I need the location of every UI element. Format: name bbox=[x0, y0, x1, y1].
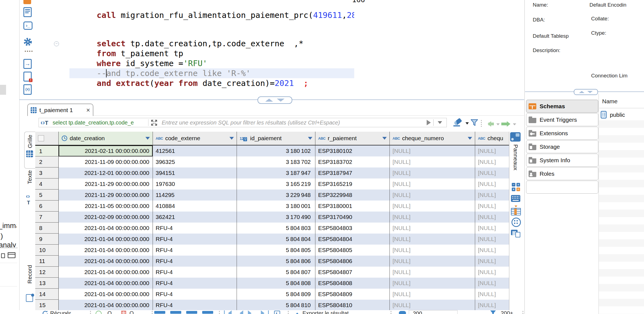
table-row[interactable]: 9 2021-01-04 00:00:00.000 RFU-4 5 804 80… bbox=[35, 234, 509, 245]
fold-collapse-icon[interactable]: − bbox=[54, 41, 59, 46]
status-blue-bar[interactable] bbox=[154, 311, 165, 314]
execute-icon[interactable] bbox=[23, 0, 31, 4]
cell-date-creation[interactable]: 2021-01-04 00:00:00.000 bbox=[59, 234, 153, 245]
cell-code-externe[interactable]: 197630 bbox=[153, 178, 237, 190]
row-number-cell[interactable]: 13 bbox=[35, 278, 59, 289]
history-forward-icon[interactable] bbox=[501, 121, 511, 127]
status-blue-bar[interactable] bbox=[202, 311, 213, 314]
cell-cheque2[interactable]: [NULL] bbox=[475, 201, 509, 212]
collapse-up-icon[interactable] bbox=[579, 91, 585, 93]
fetch-size-input[interactable]: 200 bbox=[409, 310, 458, 314]
cell-r-paiement[interactable]: ESP5804810 bbox=[315, 300, 390, 311]
cell-cheque-numero[interactable]: [NULL] bbox=[390, 278, 475, 289]
table-row[interactable]: 15 2021-01-04 00:00:00.000 RFU-4 5 804 8… bbox=[35, 300, 509, 311]
table-row[interactable]: 7 2021-02-09 00:00:00.000 362421 3 170 4… bbox=[35, 212, 509, 223]
cell-date-creation[interactable]: 2021-12-01 00:00:00.000 bbox=[59, 167, 153, 178]
column-dropdown-icon[interactable] bbox=[308, 137, 312, 140]
next-row-icon[interactable] bbox=[248, 310, 254, 314]
table-row[interactable]: 11 2021-01-04 00:00:00.000 RFU-4 5 804 8… bbox=[35, 256, 509, 267]
nav-tab-item[interactable] bbox=[526, 181, 598, 194]
cell-code-externe[interactable]: 114295 bbox=[153, 190, 237, 201]
filter-dropdown-icon[interactable] bbox=[438, 121, 442, 124]
eraser-dropdown-icon[interactable] bbox=[466, 122, 469, 124]
cell-date-creation[interactable]: 2021-01-04 00:00:00.000 bbox=[59, 256, 153, 267]
cell-r-paiement[interactable]: ESP3180001 bbox=[315, 201, 390, 212]
fetch-label-fragment[interactable]: Récupér bbox=[50, 310, 71, 314]
cell-cheque-numero[interactable]: [NULL] bbox=[390, 156, 475, 167]
cell-code-externe[interactable]: RFU-4 bbox=[153, 300, 237, 311]
column-dropdown-icon[interactable] bbox=[382, 137, 387, 140]
row-number-cell[interactable]: 4 bbox=[35, 178, 59, 190]
cell-code-externe[interactable]: 394151 bbox=[153, 167, 237, 178]
cell-code-externe[interactable]: 412561 bbox=[153, 145, 237, 156]
cell-cheque-numero[interactable]: [NULL] bbox=[390, 256, 475, 267]
cell-date-creation[interactable]: 2021-01-04 00:00:00.000 bbox=[59, 267, 153, 278]
text-view-icon[interactable]: ‹›T bbox=[26, 193, 30, 206]
table-row[interactable]: 2 2021-11-09 00:00:00.000 396325 3 183 7… bbox=[35, 156, 509, 167]
nav-tab-item[interactable]: Roles bbox=[526, 167, 598, 180]
table-row[interactable]: 14 2021-01-04 00:00:00.000 RFU-4 5 804 8… bbox=[35, 289, 509, 300]
expand-icon[interactable] bbox=[151, 119, 158, 127]
column-header-date-creation[interactable]: date_creation bbox=[59, 132, 153, 145]
cell-cheque-numero[interactable]: [NULL] bbox=[390, 234, 475, 245]
cell-cheque-numero[interactable]: [NULL] bbox=[390, 289, 475, 300]
cell-id-paiement[interactable]: 3 180 001 bbox=[237, 201, 315, 212]
keyboard-panel-icon[interactable] bbox=[511, 195, 520, 202]
cell-cheque2[interactable]: [NULL] bbox=[475, 223, 509, 234]
status-blue-bar[interactable] bbox=[170, 311, 181, 314]
cell-code-externe[interactable]: RFU-4 bbox=[153, 223, 237, 234]
cell-cheque-numero[interactable]: [NULL] bbox=[390, 212, 475, 223]
first-row-icon[interactable] bbox=[224, 310, 225, 314]
nav-tab-item[interactable]: System Info bbox=[526, 154, 598, 167]
row-number-cell[interactable]: 8 bbox=[35, 223, 59, 234]
select-all-corner[interactable] bbox=[35, 132, 59, 145]
calc-panel-icon[interactable]: − + × = bbox=[512, 183, 520, 191]
tab-record-label[interactable]: Record bbox=[26, 265, 33, 284]
cell-date-creation[interactable]: 2021-11-05 00:00:00.000 bbox=[59, 201, 153, 212]
cell-id-paiement[interactable]: 3 170 490 bbox=[237, 212, 315, 223]
column-header-id-paiement[interactable]: 123 id_paiement bbox=[237, 132, 315, 145]
table-row[interactable]: 12 2021-01-04 00:00:00.000 RFU-4 5 804 8… bbox=[35, 267, 509, 278]
table-row[interactable]: 10 2021-01-04 00:00:00.000 RFU-4 5 804 8… bbox=[35, 245, 509, 256]
status-red-grid-icon[interactable] bbox=[121, 311, 126, 314]
cell-date-creation[interactable]: 2021-02-11 00:00:00.000 bbox=[59, 145, 153, 156]
cell-cheque2[interactable]: [NULL] bbox=[475, 245, 509, 256]
history-back-dropdown-icon[interactable] bbox=[496, 123, 500, 125]
cell-id-paiement[interactable]: 5 804 803 bbox=[237, 223, 315, 234]
table-row[interactable]: 5 2021-11-29 00:00:00.000 114295 3 229 9… bbox=[35, 190, 509, 201]
cell-date-creation[interactable]: 2021-01-04 00:00:00.000 bbox=[59, 300, 153, 311]
apply-filter-play-icon[interactable] bbox=[427, 120, 431, 125]
cell-id-paiement[interactable]: 3 180 102 bbox=[237, 145, 315, 156]
row-number-cell[interactable]: 11 bbox=[35, 256, 59, 267]
cell-id-paiement[interactable]: 3 165 219 bbox=[237, 178, 315, 190]
row-number-cell[interactable]: 15 bbox=[35, 300, 59, 311]
history-back-icon[interactable] bbox=[485, 121, 495, 127]
table-row[interactable]: 8 2021-01-04 00:00:00.000 RFU-4 5 804 80… bbox=[35, 223, 509, 234]
sql-editor[interactable]: call migration_rfu_alimentation_paiement… bbox=[35, 0, 354, 98]
status-blue-bar[interactable] bbox=[186, 311, 197, 314]
funnel-filter-icon[interactable] bbox=[470, 119, 478, 128]
nav-tab-item[interactable]: Extensions bbox=[526, 127, 598, 140]
right-splitter-collapse-control[interactable] bbox=[574, 89, 598, 95]
column-header-cheque-numero[interactable]: ABC cheque_numero bbox=[390, 132, 475, 145]
cell-cheque2[interactable]: [NULL] bbox=[475, 234, 509, 245]
table-row[interactable]: 4 2021-11-29 00:00:00.000 197630 3 165 2… bbox=[35, 178, 509, 190]
row-number-cell[interactable]: 7 bbox=[35, 212, 59, 223]
column-header-code-externe[interactable]: ABC code_externe bbox=[153, 132, 237, 145]
refresh-icon[interactable] bbox=[42, 310, 48, 314]
nav-tab-item[interactable]: Schemas bbox=[526, 100, 598, 113]
tab-panneaux-label[interactable]: Panneaux bbox=[512, 144, 519, 170]
cell-cheque2[interactable]: [NULL] bbox=[475, 167, 509, 178]
cell-date-creation[interactable]: 2021-01-04 00:00:00.000 bbox=[59, 278, 153, 289]
script-variables-icon[interactable]: {x} bbox=[23, 84, 32, 95]
cell-cheque2[interactable]: [NULL] bbox=[475, 267, 509, 278]
cell-code-externe[interactable]: 410884 bbox=[153, 201, 237, 212]
column-panel-icon[interactable] bbox=[511, 205, 520, 215]
cell-id-paiement[interactable]: 3 229 948 bbox=[237, 190, 315, 201]
cell-r-paiement[interactable]: ESP3183702 bbox=[315, 156, 390, 167]
close-icon[interactable]: × bbox=[86, 106, 90, 114]
cell-code-externe[interactable]: RFU-4 bbox=[153, 289, 237, 300]
row-number-cell[interactable]: 3 bbox=[35, 167, 59, 178]
cell-cheque-numero[interactable]: [NULL] bbox=[390, 167, 475, 178]
export-up-arrow-icon[interactable] bbox=[295, 310, 300, 314]
